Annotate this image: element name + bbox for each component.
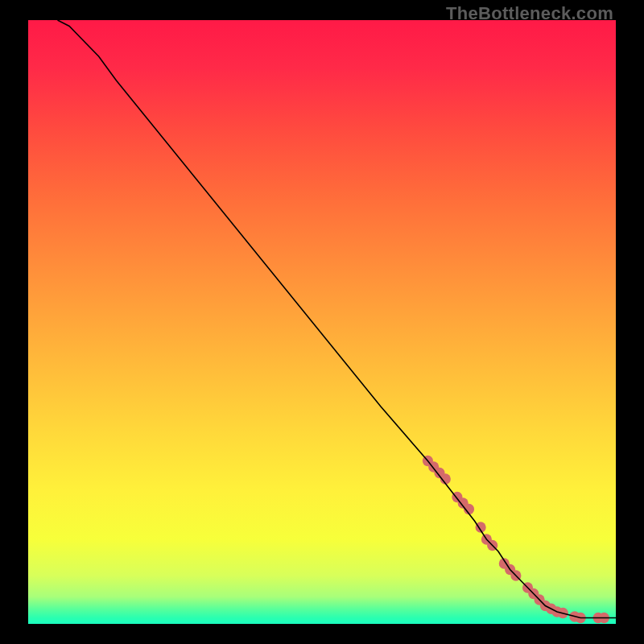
chart-stage: TheBottleneck.com [0,0,644,644]
chart-svg [28,20,616,624]
chart-plot-area [28,20,616,624]
chart-background [28,20,616,624]
watermark-text: TheBottleneck.com [446,3,613,24]
